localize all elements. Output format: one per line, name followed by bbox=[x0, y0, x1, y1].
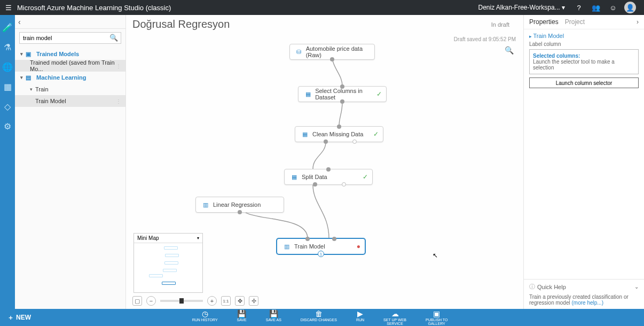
selected-columns-hint: Launch the selector tool to make a selec… bbox=[533, 59, 635, 71]
quick-help-section: ⓘ Quick Help ⌄ Train a previously create… bbox=[524, 279, 644, 309]
zoom-out-button[interactable]: − bbox=[146, 296, 156, 306]
properties-panel: Properties Project › Train Model Label c… bbox=[523, 15, 644, 309]
left-icon-rail: 🧪 ⚗ 🌐 ▦ ◇ ⚙ bbox=[0, 15, 15, 309]
dataset-icon: ⛁ bbox=[295, 48, 303, 56]
draft-saved-time: Draft saved at 9:05:52 PM bbox=[454, 36, 516, 42]
node-clean-missing-data[interactable]: ▦ Clean Missing Data ✓ bbox=[295, 126, 383, 142]
rail-modules-icon[interactable]: ◇ bbox=[4, 102, 11, 112]
run-history-button[interactable]: ◷RUN HISTORY bbox=[192, 309, 218, 325]
setup-web-service-button[interactable]: ☁SET UP WEB SERVICE bbox=[383, 309, 406, 325]
rail-experiments-icon[interactable]: 🧪 bbox=[2, 22, 13, 33]
experiment-title[interactable]: Doğrusal Regresyon bbox=[132, 18, 230, 30]
web-service-icon: ☁ bbox=[391, 309, 399, 318]
action-label: RUN bbox=[356, 318, 364, 322]
output-port-badge[interactable]: 1 bbox=[318, 251, 324, 257]
workspace-selector[interactable]: Deniz Alkan-Free-Workspa... ▾ bbox=[478, 4, 566, 11]
rail-globe-icon[interactable]: 🌐 bbox=[2, 62, 13, 72]
rail-datasets-icon[interactable]: ▦ bbox=[4, 82, 12, 92]
zoom-slider[interactable] bbox=[160, 300, 203, 302]
tree-node-train-model[interactable]: Train Model ⋮ bbox=[15, 95, 125, 107]
node-select-columns[interactable]: ▦ Select Columns in Dataset ✓ bbox=[298, 86, 387, 102]
navigate-icon[interactable]: ✥ bbox=[235, 296, 245, 306]
module-icon: ▥ bbox=[201, 200, 210, 209]
experiment-status: In draft bbox=[491, 21, 509, 28]
new-button[interactable]: ＋ NEW bbox=[0, 309, 38, 326]
avatar[interactable]: 👤 bbox=[624, 1, 637, 14]
property-breadcrumb[interactable]: Train Model bbox=[529, 33, 639, 39]
action-label: PUBLISH TO GALLERY bbox=[426, 318, 447, 325]
save-icon: 💾 bbox=[237, 309, 246, 318]
module-tree-panel: ‹ 🔍 ▾▣ Trained Models Trained model (sav… bbox=[15, 15, 126, 309]
selected-columns-box: Selected columns: Launch the selector to… bbox=[529, 49, 639, 74]
tab-project[interactable]: Project bbox=[565, 18, 585, 26]
node-label: Linear Regression bbox=[213, 201, 261, 208]
save-as-button[interactable]: 💾SAVE AS bbox=[266, 309, 281, 325]
launch-column-selector-button[interactable]: Launch column selector bbox=[529, 77, 639, 88]
status-error-icon: ● bbox=[357, 243, 360, 250]
node-linear-regression[interactable]: ▥ Linear Regression bbox=[195, 197, 284, 213]
zoom-in-button[interactable]: + bbox=[207, 296, 217, 306]
tree-node-trained-model-saved[interactable]: Trained model (saved from Train Mo... ⋮ bbox=[15, 60, 125, 72]
node-automobile-price-data[interactable]: ⛁ Automobile price data (Raw) bbox=[289, 44, 375, 60]
experiment-canvas[interactable]: Doğrusal Regresyon In draft Draft saved … bbox=[126, 15, 523, 309]
status-ok-icon: ✓ bbox=[363, 173, 368, 181]
action-label: SET UP WEB SERVICE bbox=[383, 318, 406, 325]
gallery-icon: ▣ bbox=[433, 309, 440, 318]
save-button[interactable]: 💾SAVE bbox=[237, 309, 247, 325]
more-help-link[interactable]: (more help...) bbox=[572, 300, 603, 306]
tab-properties[interactable]: Properties bbox=[529, 18, 559, 26]
minimap-header[interactable]: Mini Map ▾ bbox=[134, 234, 202, 243]
discard-icon: 🗑 bbox=[315, 309, 323, 318]
tree-label: Trained model (saved from Train Mo... bbox=[30, 59, 116, 72]
module-icon: ▦ bbox=[304, 90, 312, 98]
fit-to-screen-button[interactable]: ▢ bbox=[132, 296, 142, 306]
hamburger-icon[interactable]: ☰ bbox=[5, 4, 12, 12]
action-label: DISCARD CHANGES bbox=[301, 318, 337, 322]
app-title: Microsoft Azure Machine Learning Studio … bbox=[17, 4, 171, 12]
zoom-toolbar: ▢ − + 1:1 ✥ ✢ bbox=[132, 296, 258, 306]
action-label: SAVE bbox=[237, 318, 247, 322]
tree-node-train[interactable]: ▾ Train bbox=[15, 83, 125, 95]
smile-icon[interactable]: ☺ bbox=[607, 1, 619, 14]
quick-help-header[interactable]: ⓘ Quick Help ⌄ bbox=[529, 283, 639, 291]
node-label: Split Data bbox=[302, 174, 327, 180]
discard-changes-button[interactable]: 🗑DISCARD CHANGES bbox=[301, 309, 337, 325]
search-icon[interactable]: 🔍 bbox=[109, 34, 118, 42]
action-label: SAVE AS bbox=[266, 318, 281, 322]
tree-node-trained-models[interactable]: ▾▣ Trained Models bbox=[15, 48, 125, 60]
people-icon[interactable]: 👥 bbox=[590, 1, 602, 14]
module-icon: ▥ bbox=[282, 242, 291, 251]
publish-to-gallery-button[interactable]: ▣PUBLISH TO GALLERY bbox=[426, 309, 447, 325]
help-icon[interactable]: ? bbox=[572, 1, 585, 14]
node-label: Select Columns in Dataset bbox=[315, 88, 381, 100]
rail-settings-icon[interactable]: ⚙ bbox=[4, 121, 11, 131]
pan-icon[interactable]: ✢ bbox=[249, 296, 258, 306]
quick-help-title: Quick Help bbox=[537, 284, 566, 290]
tree-back-icon[interactable]: ‹ bbox=[18, 18, 21, 26]
collapse-panel-icon[interactable]: › bbox=[637, 18, 639, 26]
plus-icon: ＋ bbox=[7, 313, 14, 322]
minimap-title: Mini Map bbox=[137, 235, 159, 241]
minimap-viewport[interactable] bbox=[134, 243, 202, 292]
actual-size-button[interactable]: 1:1 bbox=[221, 296, 231, 306]
play-icon: ▶ bbox=[357, 309, 363, 318]
node-split-data[interactable]: ▦ Split Data ✓ bbox=[284, 169, 373, 185]
minimap[interactable]: Mini Map ▾ bbox=[133, 233, 203, 293]
module-search-input[interactable] bbox=[19, 32, 121, 44]
tree-label: Train bbox=[35, 86, 49, 92]
history-icon: ◷ bbox=[202, 309, 208, 318]
tree-node-machine-learning[interactable]: ▾▤ Machine Learning bbox=[15, 72, 125, 83]
run-button[interactable]: ▶RUN bbox=[356, 309, 364, 325]
module-icon: ▦ bbox=[301, 130, 309, 138]
app-header: ☰ Microsoft Azure Machine Learning Studi… bbox=[0, 0, 644, 15]
node-train-model[interactable]: ▥ Train Model ● 1 bbox=[277, 238, 365, 254]
status-ok-icon: ✓ bbox=[373, 130, 379, 138]
row-menu-icon[interactable]: ⋮ bbox=[116, 98, 121, 104]
tree-label: Machine Learning bbox=[36, 74, 87, 81]
rail-flask-icon[interactable]: ⚗ bbox=[4, 42, 11, 52]
row-menu-icon[interactable]: ⋮ bbox=[116, 63, 121, 69]
cursor-icon: ↖ bbox=[433, 252, 438, 259]
new-label: NEW bbox=[16, 314, 31, 321]
canvas-search-icon[interactable]: 🔍 bbox=[505, 46, 514, 55]
bottom-action-bar: ＋ NEW ◷RUN HISTORY 💾SAVE 💾SAVE AS 🗑DISCA… bbox=[0, 309, 644, 326]
